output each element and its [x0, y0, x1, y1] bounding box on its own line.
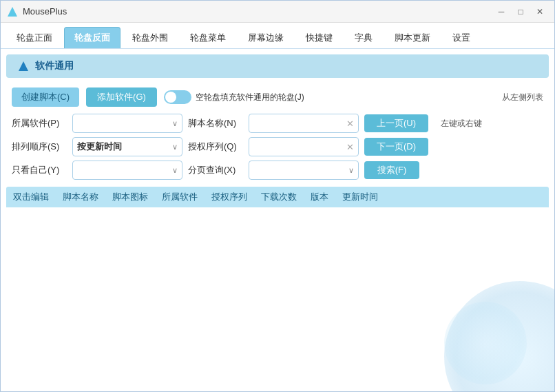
input-script-name[interactable]: ✕ [249, 114, 359, 133]
close-button[interactable]: ✕ [531, 5, 549, 19]
label-page-query: 分页查询(X) [188, 164, 243, 176]
chevron-down-icon-4: ∨ [348, 166, 354, 175]
select-software[interactable]: ∨ [72, 114, 182, 133]
deco-circle-small [444, 302, 527, 384]
toggle-fill-wheel[interactable]: 空轮盘填充软件通用的轮盘(J) [164, 90, 304, 104]
side-hint: 左键或右键 [441, 118, 482, 130]
section-header: 软件通用 [6, 54, 549, 78]
tab-screen-edge[interactable]: 屏幕边缘 [238, 27, 294, 48]
title-bar: MousePlus ─ □ ✕ [1, 1, 554, 23]
deco-circle-large [444, 281, 554, 391]
svg-marker-1 [19, 61, 28, 71]
filter-row-3: 只看自己(Y) ∨ 分页查询(X) ∨ 搜索(F) [12, 161, 543, 180]
th-update-time[interactable]: 更新时间 [335, 187, 385, 207]
label-auth-sequence: 授权序列(Q) [188, 141, 243, 153]
tab-wheel-front[interactable]: 轮盘正面 [6, 27, 63, 48]
chevron-down-icon: ∨ [172, 119, 178, 128]
app-icon [6, 6, 19, 18]
th-double-click[interactable]: 双击编辑 [6, 187, 56, 207]
svg-marker-0 [8, 7, 17, 17]
section-title: 软件通用 [35, 60, 74, 72]
tab-shortcuts[interactable]: 快捷键 [295, 27, 343, 48]
nav-tabs: 轮盘正面 轮盘反面 轮盘外围 轮盘菜单 屏幕边缘 快捷键 字典 脚本更新 设置 [1, 23, 554, 49]
toolbar: 创建脚本(C) 添加软件(G) 空轮盘填充软件通用的轮盘(J) 从左侧列表 [1, 83, 554, 111]
side-note: 从左侧列表 [502, 92, 543, 103]
th-version[interactable]: 版本 [304, 187, 335, 207]
th-auth[interactable]: 授权序列 [205, 187, 254, 207]
th-script-name[interactable]: 脚本名称 [56, 187, 105, 207]
input-auth-sequence[interactable]: ✕ [249, 137, 359, 156]
tab-wheel-menu[interactable]: 轮盘菜单 [180, 27, 236, 48]
label-script-name: 脚本名称(N) [188, 117, 243, 130]
select-sort-order[interactable]: 按更新时间 ∨ [72, 137, 182, 156]
add-software-button[interactable]: 添加软件(G) [86, 87, 157, 107]
section-icon [17, 60, 30, 72]
content-area: 软件通用 创建脚本(C) 添加软件(G) 空轮盘填充软件通用的轮盘(J) 从左侧… [1, 49, 554, 391]
label-sort-order: 排列顺序(S) [12, 141, 67, 153]
chevron-down-icon-3: ∨ [172, 166, 178, 175]
tab-script-update[interactable]: 脚本更新 [384, 27, 441, 48]
th-software[interactable]: 所属软件 [155, 187, 205, 207]
next-page-button[interactable]: 下一页(D) [364, 138, 428, 156]
toggle-knob [165, 92, 176, 103]
window-controls: ─ □ ✕ [492, 5, 549, 19]
search-button[interactable]: 搜索(F) [364, 161, 419, 179]
tab-wheel-back[interactable]: 轮盘反面 [64, 27, 121, 48]
filter-row-2: 排列顺序(S) 按更新时间 ∨ 授权序列(Q) ✕ 下一页(D) [12, 137, 543, 156]
filter-area: 所属软件(P) ∨ 脚本名称(N) ✕ 上一页(U) 左键或右键 排列顺序(S)… [1, 111, 554, 183]
select-mine-only[interactable]: ∨ [72, 161, 182, 180]
prev-page-button[interactable]: 上一页(U) [364, 114, 428, 132]
label-software: 所属软件(P) [12, 117, 67, 130]
select-page-query[interactable]: ∨ [249, 161, 359, 180]
window-title: MousePlus [23, 6, 492, 17]
toggle-switch[interactable] [164, 90, 191, 104]
tab-settings[interactable]: 设置 [442, 27, 481, 48]
minimize-button[interactable]: ─ [492, 5, 510, 19]
toggle-label: 空轮盘填充软件通用的轮盘(J) [196, 92, 304, 103]
clear-script-name-icon[interactable]: ✕ [346, 118, 354, 129]
th-script-icon[interactable]: 脚本图标 [105, 187, 155, 207]
th-downloads[interactable]: 下载次数 [254, 187, 304, 207]
tab-dictionary[interactable]: 字典 [344, 27, 383, 48]
tab-wheel-outer[interactable]: 轮盘外围 [122, 27, 178, 48]
clear-auth-icon[interactable]: ✕ [346, 142, 354, 152]
chevron-down-icon-2: ∨ [172, 143, 178, 152]
select-sort-value: 按更新时间 [77, 141, 122, 153]
filter-row-1: 所属软件(P) ∨ 脚本名称(N) ✕ 上一页(U) 左键或右键 [12, 114, 543, 133]
label-mine-only: 只看自己(Y) [12, 164, 67, 176]
table-header: 双击编辑 脚本名称 脚本图标 所属软件 授权序列 下载次数 版本 更新时间 [6, 187, 549, 207]
maximize-button[interactable]: □ [512, 5, 530, 19]
main-window: MousePlus ─ □ ✕ 轮盘正面 轮盘反面 轮盘外围 轮盘菜单 屏幕边缘… [0, 0, 555, 392]
create-script-button[interactable]: 创建脚本(C) [12, 87, 79, 107]
